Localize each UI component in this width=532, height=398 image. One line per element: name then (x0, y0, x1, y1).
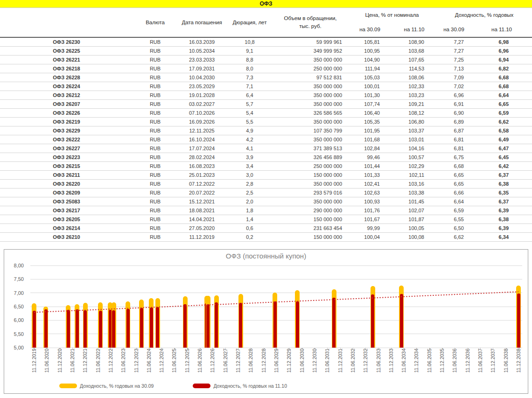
cell-yield-1110: 6,68 (471, 82, 532, 91)
col-yield-1110: на 11.10 (471, 22, 532, 37)
col-duration: Дюрация, лет (226, 8, 273, 37)
cell-duration: 2,8 (226, 180, 273, 189)
y-tick-label: 5,50 (14, 331, 24, 337)
y-tick-label: 7,50 (14, 276, 24, 282)
cell-yield-3009: 7,25 (436, 56, 471, 64)
cell-name: ОФЗ 26230 (0, 37, 133, 47)
report-banner: ОФЗ (0, 0, 532, 8)
table-row: ОФЗ 26214RUB27.05.20200,6231 663 45499,9… (0, 224, 532, 233)
y-tick-label: 7,00 (14, 290, 24, 296)
cell-currency: RUB (133, 100, 177, 109)
cell-maturity: 07.10.2026 (177, 109, 226, 118)
cell-price-1110: 109,21 (392, 100, 436, 109)
cell-duration: 5,7 (226, 100, 273, 109)
cell-yield-1110: 6,42 (471, 162, 532, 171)
cell-yield-1110: 6,47 (471, 144, 532, 153)
cell-name: ОФЗ 26224 (0, 82, 133, 91)
cell-yield-3009: 6,64 (436, 197, 471, 206)
col-currency: Валюта (133, 8, 177, 37)
cell-maturity: 16.08.2023 (177, 162, 226, 171)
cell-yield-1110: 6,38 (471, 215, 532, 224)
x-tick-label: 11.12.2038 (515, 349, 522, 381)
x-tick-label: 11.12.2027 (235, 349, 241, 381)
x-tick-label: 11.12.2019 (31, 349, 37, 381)
col-bond-name (0, 8, 133, 37)
cell-currency: RUB (133, 64, 177, 73)
x-tick-label: 11.06.2027 (222, 349, 229, 381)
cell-volume: 150 000 000 (273, 215, 348, 224)
cell-volume: 231 663 454 (273, 224, 348, 233)
cell-yield-1110: 6,65 (471, 100, 532, 109)
cell-yield-3009: 6,62 (436, 233, 471, 242)
cell-volume: 150 000 000 (273, 171, 348, 180)
report-page: ОФЗ Валюта Дата погашения Дюрация, лет О… (0, 0, 532, 398)
chart-plot (30, 265, 522, 348)
table-row: ОФЗ 26228RUB10.04.20307,397 512 831105,0… (0, 73, 532, 82)
cell-currency: RUB (133, 37, 177, 47)
cell-maturity: 20.07.2022 (177, 189, 226, 197)
x-tick-label: 11.12.2031 (337, 349, 343, 381)
cell-currency: RUB (133, 206, 177, 215)
cell-maturity: 25.01.2023 (177, 171, 226, 180)
table-row: ОФЗ 25083RUB15.12.20212,0350 000 000100,… (0, 197, 532, 206)
table-row: ОФЗ 26224RUB23.05.20297,1350 000 000100,… (0, 82, 532, 91)
cell-price-1110: 108,90 (392, 37, 436, 47)
x-tick-label: 11.12.2036 (464, 349, 471, 381)
table-row: ОФЗ 26230RUB16.03.203910,859 999 961105,… (0, 37, 532, 47)
x-tick-label: 11.06.2032 (350, 349, 356, 381)
cell-duration: 8,0 (226, 64, 273, 73)
chart-title: ОФЗ (постоянный купон) (4, 252, 528, 260)
cell-yield-1110: 6,98 (471, 37, 532, 47)
cell-yield-3009: 6,89 (436, 118, 471, 126)
cell-name: ОФЗ 26227 (0, 144, 133, 153)
cell-name: ОФЗ 26218 (0, 64, 133, 73)
table-row: ОФЗ 26207RUB03.02.20275,7350 000 000107,… (0, 100, 532, 109)
cell-price-3009: 111,94 (348, 64, 392, 73)
cell-maturity: 19.01.2028 (177, 91, 226, 100)
cell-yield-3009: 6,75 (436, 153, 471, 162)
cell-volume: 150 000 000 (273, 233, 348, 242)
x-tick-label: 11.06.2025 (171, 349, 177, 381)
cell-yield-3009: 6,50 (436, 224, 471, 233)
cell-price-3009: 102,63 (348, 189, 392, 197)
cell-maturity: 03.02.2027 (177, 100, 226, 109)
cell-yield-3009: 6,65 (436, 171, 471, 180)
table-row: ОФЗ 26212RUB19.01.20286,4350 000 000101,… (0, 91, 532, 100)
cell-currency: RUB (133, 135, 177, 144)
cell-currency: RUB (133, 126, 177, 135)
cell-duration: 2,5 (226, 189, 273, 197)
cell-duration: 1,4 (226, 215, 273, 224)
banner-title: ОФЗ (259, 0, 272, 7)
cell-volume: 350 000 000 (273, 56, 348, 64)
cell-duration: 3,9 (226, 153, 273, 162)
cell-name: ОФЗ 25083 (0, 197, 133, 206)
col-volume: Объем в обращении, тыс. руб. (273, 8, 348, 37)
cell-price-1110: 103,16 (392, 180, 436, 189)
cell-yield-1110: 6,94 (471, 56, 532, 64)
yield-chart: ОФЗ (постоянный купон) 8,007,507,006,506… (4, 249, 528, 394)
x-tick-label: 11.12.2020 (56, 349, 63, 381)
cell-yield-3009: 7,27 (436, 37, 471, 47)
legend-item-1110: Доходность, % годовых на 11.10 (193, 383, 287, 389)
bonds-table-header: Валюта Дата погашения Дюрация, лет Объем… (0, 8, 532, 37)
cell-price-3009: 99,46 (348, 153, 392, 162)
cell-currency: RUB (133, 233, 177, 242)
cell-yield-1110: 6,62 (471, 118, 532, 126)
cell-currency: RUB (133, 197, 177, 206)
cell-currency: RUB (133, 109, 177, 118)
x-tick-label: 11.12.2032 (362, 349, 369, 381)
cell-volume: 250 000 000 (273, 64, 348, 73)
cell-price-3009: 104,90 (348, 56, 392, 64)
x-tick-label: 11.12.2035 (439, 349, 445, 381)
cell-yield-1110: 6,64 (471, 91, 532, 100)
cell-name: ОФЗ 26228 (0, 73, 133, 82)
cell-name: ОФЗ 26209 (0, 189, 133, 197)
table-row: ОФЗ 26211RUB25.01.20233,0150 000 000101,… (0, 171, 532, 180)
table-row: ОФЗ 26222RUB16.10.20244,2350 000 000101,… (0, 135, 532, 144)
cell-duration: 9,1 (226, 47, 273, 56)
x-tick-label: 11.06.2038 (503, 349, 509, 381)
cell-currency: RUB (133, 56, 177, 64)
cell-yield-1110: 6,45 (471, 153, 532, 162)
table-row: ОФЗ 26217RUB18.08.20211,8290 000 000101,… (0, 206, 532, 215)
cell-price-3009: 100,04 (348, 233, 392, 242)
